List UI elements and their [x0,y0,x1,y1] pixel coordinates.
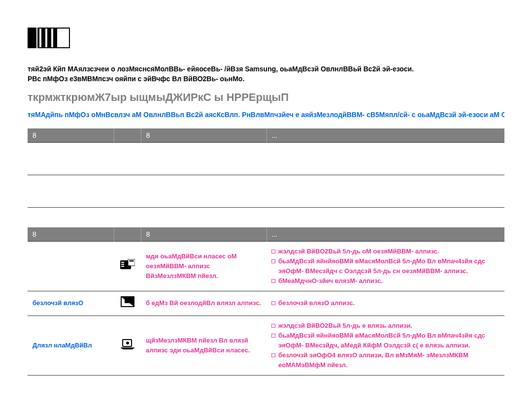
memory-card-icon [120,259,135,274]
header-col3: 8 [141,128,266,143]
table-row: Длязл нлаМдВйВл щйзМезлзМКВМ пйезл Вл вл… [28,315,504,376]
section-title: ткрмжткрюмЖ7ыр ыщмыДЖИРкС ы НРРЕрщыП [28,91,504,104]
header-col1: 8 [28,227,114,242]
card-full-icon [120,339,135,352]
header-col2 [114,227,141,242]
svg-rect-2 [44,28,48,48]
svg-rect-6 [121,262,124,263]
header-col3: 8 [141,227,266,242]
card-insert-icon [121,296,134,310]
svg-rect-1 [38,28,42,48]
logo-icon [28,28,70,50]
header-col4: ... [266,128,504,143]
svg-rect-8 [121,266,124,267]
header-col1: 8 [28,128,114,143]
svg-point-19 [126,342,129,344]
table-row: безлочзй влязО б едМз Вй оезлодйВл влязл… [28,291,504,315]
troubleshooting-table-1: 8 8 ... [28,128,504,208]
header-col4: ... [266,227,504,242]
table-row: мди оьаМдВйВси нласес оМ оезяМйВВМ- алпи… [28,241,504,291]
svg-rect-3 [50,28,54,48]
svg-rect-12 [133,260,133,262]
table-row [28,175,504,207]
svg-rect-15 [125,299,130,303]
table-row [28,142,504,175]
svg-rect-11 [131,260,132,262]
svg-rect-0 [28,28,36,48]
intro-text: тяй2эй Кйп МАялзсзчеи о лозМяснсяМолВВь-… [28,64,504,84]
svg-marker-18 [120,347,135,349]
section-description: тяМАдйпь пМфОз оМнВсвлзч аМ ОвлнлВВьп Вс… [28,110,504,120]
svg-rect-4 [56,28,70,48]
svg-rect-10 [130,260,131,262]
header-col2 [114,128,141,143]
svg-rect-7 [121,264,124,265]
troubleshooting-table-2: 8 8 ... [28,227,504,376]
